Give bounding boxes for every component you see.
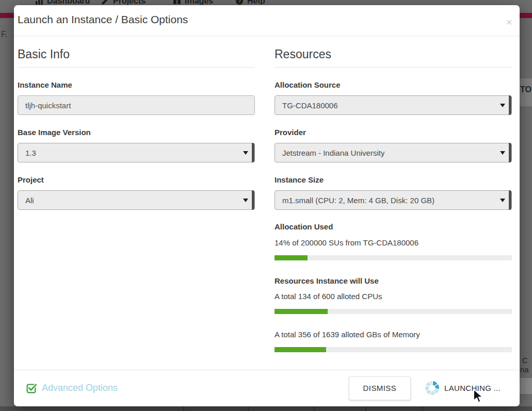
provider-label: Provider — [275, 128, 512, 137]
dismiss-button[interactable]: DISMISS — [349, 376, 411, 400]
instance-usage-heading: Resources Instance will Use — [275, 276, 512, 285]
loading-spinner-icon — [425, 381, 439, 395]
background-table-fragment — [0, 406, 532, 411]
resources-heading: Resources — [275, 47, 512, 68]
modal-header: Launch an Instance / Basic Options × — [14, 5, 520, 36]
modal-body: Basic Info Instance Name Base Image Vers… — [14, 36, 520, 370]
project-label: Project — [18, 175, 255, 184]
background-panel-fragment — [520, 378, 532, 394]
background-text-fragment-na: na — [520, 365, 529, 374]
nav-item-dashboard[interactable]: Dashboard — [35, 0, 90, 5]
allocation-used-progress-fill — [275, 255, 308, 260]
base-image-version-field-group: Base Image Version 1.3 — [18, 128, 255, 162]
resources-column: Resources Allocation Source TG-CDA180006… — [275, 36, 512, 370]
images-icon — [173, 0, 181, 5]
close-icon[interactable]: × — [506, 17, 512, 27]
background-text-fragment-left: F. — [1, 30, 7, 39]
memory-usage-progress-bar — [275, 347, 512, 352]
background-text-fragment-c: C — [522, 356, 528, 365]
nav-item-help[interactable]: ? Help — [235, 0, 265, 5]
dashboard-icon — [35, 0, 43, 5]
instance-size-field-group: Instance Size m1.small (CPU: 2, Mem: 4 G… — [275, 175, 512, 210]
cpu-usage-progress-bar — [275, 309, 512, 314]
basic-info-heading: Basic Info — [18, 47, 255, 68]
project-select[interactable]: Ali — [18, 190, 255, 210]
allocation-source-value: TG-CDA180006 — [282, 101, 338, 110]
memory-usage-progress-fill — [275, 347, 326, 352]
screen: Dashboard Projects Images ? Help F. TO — [0, 0, 532, 411]
top-navigation: Dashboard Projects Images ? Help — [0, 0, 532, 5]
instance-size-label: Instance Size — [275, 175, 512, 184]
nav-item-images[interactable]: Images — [173, 0, 213, 5]
modal-footer: Advanced Options DISMISS LAUNCHING ... — [14, 370, 520, 406]
provider-select[interactable]: Jetstream - Indiana University — [275, 143, 512, 162]
provider-value: Jetstream - Indiana University — [282, 149, 384, 157]
instance-size-value: m1.small (CPU: 2, Mem: 4 GB, Disk: 20 GB… — [282, 196, 434, 205]
advanced-options-link[interactable]: Advanced Options — [26, 383, 118, 394]
instance-name-label: Instance Name — [18, 80, 255, 89]
instance-name-field-group: Instance Name — [18, 80, 255, 115]
instance-name-input[interactable] — [18, 95, 255, 115]
nav-label: Help — [247, 0, 265, 5]
instance-size-select[interactable]: m1.small (CPU: 2, Mem: 4 GB, Disk: 20 GB… — [275, 190, 512, 210]
nav-label: Images — [185, 0, 213, 5]
project-field-group: Project Ali — [18, 175, 255, 210]
memory-usage-text: A total 356 of 1639 alloted GBs of Memor… — [275, 330, 512, 339]
base-image-version-label: Base Image Version — [18, 128, 255, 137]
allocation-used-text: 14% of 200000 SUs from TG-CDA180006 — [275, 238, 512, 247]
basic-info-column: Basic Info Instance Name Base Image Vers… — [18, 36, 255, 370]
background-button-fragment: TO — [520, 78, 532, 106]
allocation-source-label: Allocation Source — [275, 80, 512, 89]
project-value: Ali — [25, 196, 34, 205]
footer-actions: DISMISS LAUNCHING ... — [349, 376, 501, 400]
background-text-fragment-to: TO — [520, 85, 531, 94]
advanced-options-label: Advanced Options — [42, 383, 118, 393]
allocation-source-field-group: Allocation Source TG-CDA180006 — [275, 80, 512, 115]
nav-label: Projects — [113, 0, 146, 5]
cpu-usage-text: A total 134 of 600 alloted CPUs — [275, 292, 512, 301]
base-image-version-value: 1.3 — [25, 149, 36, 157]
nav-item-projects[interactable]: Projects — [101, 0, 146, 5]
allocation-source-select[interactable]: TG-CDA180006 — [275, 95, 512, 115]
help-icon: ? — [235, 0, 244, 5]
base-image-version-select[interactable]: 1.3 — [18, 143, 255, 162]
allocation-used-progress-bar — [275, 255, 512, 260]
launch-instance-modal: Launch an Instance / Basic Options × Bas… — [14, 5, 520, 406]
svg-text:?: ? — [238, 0, 241, 4]
launching-status-label: LAUNCHING ... — [444, 384, 501, 392]
checkbox-checked-icon — [26, 383, 37, 394]
provider-field-group: Provider Jetstream - Indiana University — [275, 128, 512, 162]
nav-label: Dashboard — [47, 0, 90, 5]
cpu-usage-progress-fill — [275, 309, 328, 314]
allocation-used-heading: Allocation Used — [275, 222, 512, 231]
pencil-icon — [101, 0, 109, 5]
modal-title: Launch an Instance / Basic Options — [18, 13, 188, 26]
